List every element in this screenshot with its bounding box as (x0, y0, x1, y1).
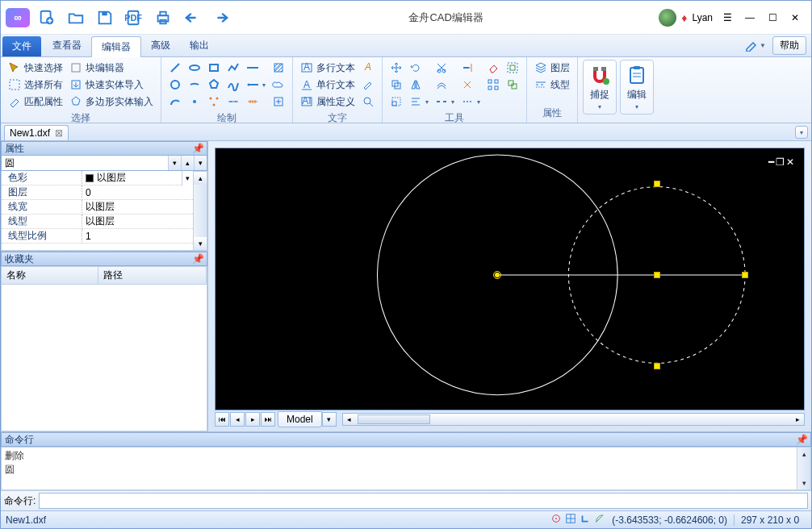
btn-array[interactable] (484, 77, 502, 93)
help-button[interactable]: 帮助 (772, 36, 806, 55)
menu-file[interactable]: 文件 (2, 36, 41, 56)
scroll-up-icon[interactable]: ▴ (194, 172, 207, 185)
btn-block-editor[interactable]: 块编辑器 (67, 60, 156, 76)
property-type-dropdown[interactable]: ▾ (168, 156, 181, 170)
btn-select-all[interactable]: 选择所有 (6, 77, 65, 93)
scroll-down-icon[interactable]: ▾ (797, 477, 810, 489)
win-menu-button[interactable]: ☰ (716, 8, 739, 27)
favorites-col-path[interactable]: 路径 (98, 267, 207, 284)
btn-attr-def[interactable]: AI属性定义 (298, 94, 358, 110)
btn-explode[interactable] (458, 77, 483, 93)
property-scrollbar[interactable]: ▴ ▾ (194, 171, 207, 251)
win-maximize-button[interactable]: ☐ (761, 8, 784, 27)
btn-rotate[interactable] (407, 60, 431, 76)
pin-icon[interactable]: 📌 (796, 434, 808, 445)
status-ortho-icon[interactable] (580, 513, 591, 527)
btn-circle[interactable] (166, 77, 184, 93)
btn-quick-select[interactable]: 快速选择 (6, 60, 65, 76)
btn-measure[interactable] (244, 94, 268, 110)
prop-row-linetype[interactable]: 线型以图层 (2, 215, 193, 229)
btn-poly-entity-input[interactable]: 多边形实体输入 (67, 94, 156, 110)
hscroll-thumb[interactable] (358, 414, 430, 424)
btn-xline[interactable] (244, 60, 268, 76)
btn-mirror[interactable] (407, 77, 431, 93)
btn-block-insert[interactable] (270, 94, 287, 110)
menu-advanced[interactable]: 高级 (141, 35, 180, 56)
prop-row-ltscale[interactable]: 线型比例1 (2, 229, 193, 244)
menu-output[interactable]: 输出 (180, 35, 219, 56)
btn-move[interactable] (387, 60, 405, 76)
grip-right[interactable] (742, 272, 748, 278)
pin-icon[interactable]: 📌 (192, 253, 204, 264)
btn-text-edit[interactable] (359, 77, 377, 93)
model-tab[interactable]: Model (278, 411, 322, 427)
btn-mtext[interactable]: A多行文本 (298, 60, 358, 76)
qat-pdf-button[interactable]: PDF (122, 6, 146, 30)
qat-redo-button[interactable] (209, 6, 233, 30)
qat-save-button[interactable] (93, 6, 117, 30)
user-name[interactable]: Lyan (692, 12, 713, 23)
grip-top[interactable] (654, 181, 660, 187)
modeltab-last[interactable]: ⏭ (261, 412, 275, 427)
hscroll-right-icon[interactable]: ▸ (791, 415, 804, 423)
btn-ellipse-arc[interactable] (186, 77, 203, 93)
qat-open-button[interactable] (64, 6, 88, 30)
avatar[interactable] (659, 9, 676, 27)
drawing-canvas[interactable]: ━❐✕ (215, 148, 805, 410)
modeltab-next[interactable]: ▸ (245, 412, 260, 427)
status-osnap-icon[interactable] (550, 513, 562, 527)
btn-ray-dd[interactable]: ▾ (244, 77, 268, 93)
btn-break-dd[interactable]: ▾ (433, 94, 457, 110)
win-close-button[interactable]: ✕ (784, 8, 806, 27)
favorites-col-name[interactable]: 名称 (2, 267, 98, 284)
pin-icon[interactable]: 📌 (192, 143, 204, 154)
status-polar-icon[interactable] (594, 513, 605, 527)
menubar-palette-button[interactable]: ▼ (742, 39, 769, 53)
document-tab[interactable]: New1.dxf ⊠ (4, 125, 69, 140)
hscroll-left-icon[interactable]: ◂ (343, 415, 356, 423)
btn-point[interactable] (186, 94, 203, 110)
btn-ellipse[interactable] (186, 60, 203, 76)
btn-copy[interactable] (387, 77, 405, 93)
canvas-hscroll[interactable]: ◂ ▸ (342, 413, 805, 426)
btn-ungroup[interactable] (504, 77, 521, 93)
prop-dropdown-button[interactable]: ▾ (182, 171, 193, 185)
btn-layers[interactable]: 图层 (532, 60, 572, 76)
btn-extra-dd[interactable]: ▾ (458, 94, 483, 110)
btn-spline[interactable] (224, 77, 242, 93)
doctabs-menu-button[interactable]: ▾ (795, 126, 808, 139)
btn-align-dd[interactable]: ▾ (407, 94, 431, 110)
btn-erase[interactable] (484, 60, 502, 76)
qat-undo-button[interactable] (180, 6, 204, 30)
btn-polyline[interactable] (224, 60, 242, 76)
command-log-scrollbar[interactable]: ▴ ▾ (797, 448, 810, 489)
command-log[interactable]: 删除 圆 ▴ ▾ (1, 447, 811, 490)
close-tab-icon[interactable]: ⊠ (55, 127, 63, 139)
scroll-down-icon[interactable]: ▾ (194, 237, 207, 250)
command-input[interactable] (39, 493, 808, 509)
property-nav-down[interactable]: ▾ (194, 156, 207, 170)
btn-extend[interactable] (458, 60, 483, 76)
menu-editor[interactable]: 编辑器 (91, 36, 141, 57)
grip-bottom[interactable] (654, 363, 660, 369)
btn-line[interactable] (166, 60, 184, 76)
prop-row-layer[interactable]: 图层0 (2, 185, 193, 200)
menu-viewer[interactable]: 查看器 (43, 35, 91, 56)
grip-center[interactable] (654, 272, 660, 278)
btn-fast-entity-import[interactable]: 快速实体导入 (67, 77, 156, 93)
btn-linetype[interactable]: 线型 (532, 77, 572, 93)
status-grid-icon[interactable] (565, 513, 576, 527)
modeltab-menu[interactable]: ▾ (322, 412, 337, 427)
btn-divide[interactable] (224, 94, 242, 110)
favorites-list[interactable] (1, 285, 207, 431)
btn-rect[interactable] (205, 60, 223, 76)
prop-row-color[interactable]: 色彩 以图层 ▾ (2, 171, 193, 185)
btn-group[interactable] (504, 60, 521, 76)
qat-new-button[interactable] (35, 6, 59, 30)
btn-polygon-draw[interactable] (205, 77, 223, 93)
btn-text-style[interactable]: A (359, 60, 377, 76)
btn-text-search[interactable] (359, 94, 377, 110)
btn-trim[interactable] (433, 60, 457, 76)
scroll-up-icon[interactable]: ▴ (797, 448, 810, 460)
qat-print-button[interactable] (151, 6, 175, 30)
